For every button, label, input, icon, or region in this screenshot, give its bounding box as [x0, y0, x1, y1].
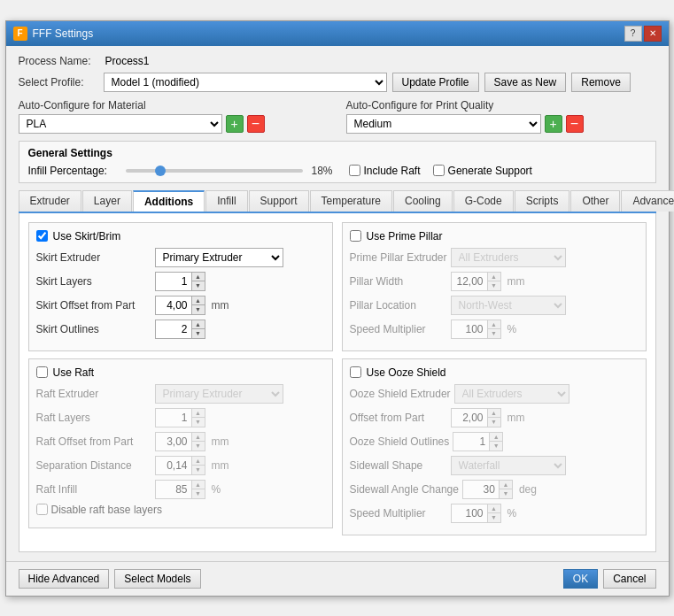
- hide-advanced-button[interactable]: Hide Advanced: [19, 569, 110, 589]
- raft-layers-up[interactable]: ▲: [192, 409, 205, 418]
- infill-slider[interactable]: [126, 169, 303, 173]
- tab-other[interactable]: Other: [570, 190, 620, 212]
- raft-offset-unit: mm: [212, 435, 229, 448]
- close-button[interactable]: ✕: [644, 26, 662, 42]
- include-raft-checkbox-label[interactable]: Include Raft: [349, 165, 421, 177]
- tab-cooling[interactable]: Cooling: [393, 190, 453, 212]
- skirt-layers-up[interactable]: ▲: [192, 273, 205, 281]
- include-raft-checkbox[interactable]: [349, 165, 360, 176]
- prime-speed-up[interactable]: ▲: [488, 320, 500, 329]
- prime-extruder-select[interactable]: All Extruders: [451, 248, 566, 267]
- quality-add-button[interactable]: +: [545, 115, 562, 133]
- use-raft-label: Use Raft: [53, 366, 95, 379]
- help-button[interactable]: ?: [624, 26, 642, 42]
- raft-section: Use Raft Raft Extruder Primary Extruder …: [28, 358, 333, 528]
- prime-speed-down[interactable]: ▼: [488, 329, 500, 338]
- ooze-offset-up[interactable]: ▲: [488, 409, 500, 418]
- separation-distance-spinbox: ▲ ▼: [155, 456, 205, 475]
- use-skirt-brim-checkbox[interactable]: [36, 230, 48, 242]
- pillar-width-up[interactable]: ▲: [488, 273, 500, 281]
- ooze-speed-input[interactable]: [452, 504, 487, 522]
- process-name-label: Process Name:: [19, 55, 98, 67]
- raft-layers-down[interactable]: ▼: [192, 418, 205, 427]
- sidewall-angle-input[interactable]: [463, 481, 499, 498]
- tab-advanced[interactable]: Advanced: [621, 190, 674, 212]
- generate-support-checkbox-label[interactable]: Generate Support: [433, 165, 532, 177]
- raft-offset-up[interactable]: ▲: [192, 433, 205, 442]
- skirt-outlines-down[interactable]: ▼: [192, 329, 205, 338]
- ooze-shield-section: Use Ooze Shield Ooze Shield Extruder All…: [342, 358, 647, 535]
- material-add-button[interactable]: +: [226, 115, 244, 133]
- material-config-label: Auto-Configure for Material: [19, 99, 329, 112]
- ooze-offset-down[interactable]: ▼: [488, 418, 500, 427]
- skirt-layers-down[interactable]: ▼: [192, 281, 205, 290]
- cancel-button[interactable]: Cancel: [603, 569, 655, 589]
- separation-distance-down[interactable]: ▼: [192, 466, 205, 474]
- ooze-outlines-label: Ooze Shield Outlines: [350, 435, 450, 448]
- raft-layers-input[interactable]: [156, 409, 191, 427]
- raft-offset-label: Raft Offset from Part: [36, 435, 151, 448]
- tab-gcode[interactable]: G-Code: [453, 190, 514, 212]
- sidewall-shape-select[interactable]: Waterfall: [451, 456, 566, 475]
- pillar-width-input[interactable]: [452, 273, 487, 290]
- ooze-outlines-spinbox: ▲ ▼: [453, 432, 503, 451]
- quality-select[interactable]: Medium: [346, 114, 541, 134]
- disable-raft-base-label[interactable]: Disable raft base layers: [36, 504, 162, 516]
- save-new-button[interactable]: Save as New: [484, 73, 567, 92]
- ooze-speed-up[interactable]: ▲: [488, 504, 500, 513]
- skirt-extruder-select[interactable]: Primary Extruder: [155, 248, 283, 267]
- ooze-outlines-down[interactable]: ▼: [490, 442, 502, 450]
- raft-offset-input[interactable]: [156, 433, 191, 450]
- pillar-width-down[interactable]: ▼: [488, 281, 500, 290]
- tab-additions[interactable]: Additions: [133, 190, 205, 212]
- infill-percentage-display: 18%: [312, 165, 340, 177]
- skirt-offset-down[interactable]: ▼: [192, 305, 205, 314]
- ooze-extruder-select[interactable]: All Extruders: [454, 384, 569, 404]
- disable-raft-base-checkbox[interactable]: [36, 504, 48, 515]
- prime-speed-input[interactable]: [452, 320, 487, 338]
- quality-remove-button[interactable]: −: [566, 115, 584, 133]
- skirt-outlines-up[interactable]: ▲: [192, 320, 205, 329]
- ooze-outlines-up[interactable]: ▲: [490, 433, 502, 442]
- skirt-offset-up[interactable]: ▲: [192, 296, 205, 305]
- skirt-outlines-input[interactable]: [156, 320, 191, 338]
- window-title: FFF Settings: [33, 27, 94, 40]
- raft-infill-up[interactable]: ▲: [192, 481, 205, 489]
- use-ooze-shield-checkbox[interactable]: [350, 366, 361, 378]
- sidewall-angle-up[interactable]: ▲: [500, 481, 512, 489]
- profile-select[interactable]: Model 1 (modified): [104, 73, 387, 92]
- select-models-button[interactable]: Select Models: [114, 569, 200, 589]
- remove-button[interactable]: Remove: [571, 73, 631, 92]
- ooze-offset-unit: mm: [507, 412, 525, 424]
- raft-infill-input[interactable]: [156, 481, 191, 498]
- skirt-layers-input[interactable]: [156, 273, 191, 290]
- tab-extruder[interactable]: Extruder: [19, 190, 81, 212]
- tab-scripts[interactable]: Scripts: [515, 190, 570, 212]
- material-remove-button[interactable]: −: [247, 115, 265, 133]
- raft-infill-down[interactable]: ▼: [192, 489, 205, 498]
- pillar-location-select[interactable]: North-West: [451, 296, 566, 315]
- update-profile-button[interactable]: Update Profile: [392, 73, 479, 92]
- ooze-speed-down[interactable]: ▼: [488, 513, 500, 522]
- tab-infill[interactable]: Infill: [205, 190, 247, 212]
- separation-distance-up[interactable]: ▲: [192, 457, 205, 466]
- sidewall-angle-down[interactable]: ▼: [500, 489, 512, 498]
- tab-layer[interactable]: Layer: [82, 190, 132, 212]
- ooze-outlines-input[interactable]: [453, 433, 489, 450]
- raft-extruder-select[interactable]: Primary Extruder: [155, 384, 283, 404]
- use-raft-checkbox[interactable]: [36, 366, 48, 378]
- separation-distance-input[interactable]: [156, 457, 191, 474]
- use-prime-pillar-checkbox[interactable]: [350, 230, 361, 242]
- generate-support-checkbox[interactable]: [433, 165, 445, 176]
- pillar-width-unit: mm: [507, 275, 525, 288]
- skirt-offset-input[interactable]: [156, 296, 191, 314]
- tab-support[interactable]: Support: [249, 190, 309, 212]
- prime-speed-label: Speed Multiplier: [350, 323, 447, 335]
- ok-button[interactable]: OK: [563, 569, 598, 589]
- dialog-content: Process Name: Process1 Select Profile: M…: [6, 46, 669, 561]
- skirt-offset-spinbox: ▲ ▼: [155, 296, 205, 315]
- raft-offset-down[interactable]: ▼: [192, 442, 205, 450]
- tab-temperature[interactable]: Temperature: [310, 190, 392, 212]
- ooze-offset-input[interactable]: [452, 409, 487, 427]
- material-select[interactable]: PLA: [19, 114, 222, 134]
